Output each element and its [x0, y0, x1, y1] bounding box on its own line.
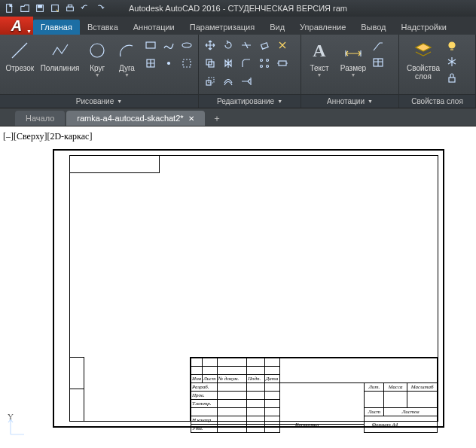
- chevron-down-icon: ▼: [124, 72, 130, 78]
- ribbon-tab-insert[interactable]: Вставка: [80, 20, 126, 35]
- svg-rect-2: [38, 5, 41, 8]
- ribbon-tab-addins[interactable]: Надстройки: [394, 20, 454, 35]
- panel-draw: Отрезок Полилиния Круг ▼ Дуга ▼: [0, 35, 199, 108]
- arc-icon: [116, 38, 137, 62]
- svg-rect-18: [279, 61, 286, 66]
- chevron-down-icon: ▼: [317, 72, 322, 78]
- layers-icon: [413, 38, 434, 62]
- title-bar: Autodesk AutoCAD 2016 - СТУДЕНЧЕСКАЯ ВЕР…: [0, 0, 476, 17]
- chevron-down-icon: ▼: [26, 29, 32, 34]
- polyline-button[interactable]: Полилиния: [38, 37, 82, 72]
- svg-point-8: [182, 43, 191, 47]
- modify-tools: [202, 37, 291, 90]
- layer-freeze-icon[interactable]: [446, 56, 458, 69]
- ribbon-tabs: Главная Вставка Аннотации Параметризация…: [33, 17, 454, 35]
- region-icon[interactable]: [178, 55, 195, 72]
- panel-annotation: A Текст ▼ Размер ▼ Аннотации▼: [301, 35, 399, 108]
- svg-rect-4: [67, 7, 74, 11]
- svg-point-15: [267, 59, 269, 62]
- ribbon: Отрезок Полилиния Круг ▼ Дуга ▼: [0, 35, 476, 108]
- qat-open-icon[interactable]: [18, 2, 32, 15]
- qat-saveas-icon[interactable]: [48, 2, 62, 15]
- svg-point-22: [449, 42, 455, 48]
- quick-access-toolbar: [3, 2, 107, 15]
- array-icon[interactable]: [256, 55, 273, 72]
- ellipse-icon[interactable]: [178, 37, 195, 53]
- doc-tab-start[interactable]: Начало: [15, 111, 65, 126]
- line-button[interactable]: Отрезок: [3, 37, 37, 72]
- copy-icon[interactable]: [202, 55, 218, 72]
- rectangle-icon[interactable]: [142, 37, 159, 53]
- qat-save-icon[interactable]: [33, 2, 47, 15]
- arc-button[interactable]: Дуга ▼: [113, 37, 141, 78]
- panel-modify: Редактирование▼: [199, 35, 301, 108]
- draw-small-tools: [142, 37, 195, 72]
- stretch-icon[interactable]: [274, 55, 291, 72]
- doc-tab-file[interactable]: ramka-a4-autocad-skachat2* ✕: [66, 111, 204, 126]
- trim-icon[interactable]: [238, 37, 255, 53]
- ribbon-tab-output[interactable]: Вывод: [353, 20, 393, 35]
- qat-undo-icon[interactable]: [78, 2, 92, 15]
- ribbon-tab-home[interactable]: Главная: [33, 20, 80, 35]
- svg-point-14: [261, 59, 263, 62]
- ribbon-tab-manage[interactable]: Управление: [292, 20, 353, 35]
- fillet-icon[interactable]: [238, 55, 255, 72]
- erase-icon[interactable]: [256, 37, 273, 53]
- table-icon[interactable]: [372, 56, 384, 70]
- explode-icon[interactable]: [274, 37, 291, 53]
- point-icon[interactable]: [160, 55, 177, 72]
- spline-icon[interactable]: [160, 37, 177, 53]
- chevron-down-icon: ▼: [351, 72, 356, 78]
- new-tab-button[interactable]: ＋: [209, 111, 224, 126]
- ribbon-tab-view[interactable]: Вид: [262, 20, 292, 35]
- svg-point-10: [168, 62, 170, 65]
- circle-button[interactable]: Круг ▼: [83, 37, 111, 78]
- svg-rect-11: [261, 43, 269, 49]
- panel-layers: Свойства слоя Свойства слоя: [399, 35, 476, 108]
- svg-rect-23: [449, 78, 455, 82]
- svg-point-16: [261, 66, 263, 68]
- close-icon[interactable]: ✕: [188, 114, 194, 123]
- viewport-label[interactable]: [–][Сверху][2D-каркас]: [3, 131, 92, 142]
- ucs-icon[interactable]: Y: [6, 415, 29, 440]
- chevron-down-icon: ▼: [277, 99, 282, 104]
- layer-toggles: [446, 37, 458, 85]
- ribbon-tab-annotate[interactable]: Аннотации: [126, 20, 182, 35]
- side-binding-table: [69, 357, 84, 422]
- layer-bulb-icon[interactable]: [446, 40, 458, 53]
- text-button[interactable]: A Текст ▼: [304, 37, 334, 78]
- svg-rect-7: [146, 42, 155, 48]
- text-icon: A: [313, 38, 325, 62]
- layer-lock-icon[interactable]: [446, 72, 458, 85]
- layer-properties-button[interactable]: Свойства слоя: [402, 37, 444, 81]
- app-menu-button[interactable]: A ▼: [0, 17, 33, 35]
- panel-title-modify[interactable]: Редактирование▼: [199, 94, 301, 108]
- sheet-border: Изм Лист № докум. Подп. Дата Разраб. Лит…: [53, 149, 444, 428]
- drawing-canvas[interactable]: [–][Сверху][2D-каркас] Изм: [0, 126, 476, 448]
- panel-title-annotate[interactable]: Аннотации▼: [301, 94, 398, 108]
- sheet-footer: Копировал Формат А4: [54, 422, 443, 428]
- chevron-down-icon: ▼: [95, 72, 100, 78]
- dimension-button[interactable]: Размер ▼: [336, 37, 371, 78]
- scale-icon[interactable]: [202, 73, 218, 90]
- qat-plot-icon[interactable]: [63, 2, 77, 15]
- inner-frame: Изм Лист № докум. Подп. Дата Разраб. Лит…: [69, 155, 438, 422]
- leader-icon[interactable]: [372, 40, 384, 53]
- ribbon-tab-parametric[interactable]: Параметризация: [182, 20, 262, 35]
- ribbon-tab-row: A ▼ Главная Вставка Аннотации Параметриз…: [0, 17, 476, 35]
- document-tab-bar: Начало ramka-a4-autocad-skachat2* ✕ ＋: [0, 108, 476, 126]
- move-icon[interactable]: [202, 37, 218, 53]
- rotate-icon[interactable]: [220, 37, 236, 53]
- annotate-small: [372, 37, 384, 70]
- chevron-down-icon: ▼: [117, 99, 122, 104]
- panel-title-layers[interactable]: Свойства слоя: [399, 94, 475, 108]
- qat-new-icon[interactable]: [3, 2, 17, 15]
- qat-redo-icon[interactable]: [93, 2, 107, 15]
- extend-icon[interactable]: [238, 73, 255, 90]
- svg-point-6: [90, 44, 104, 57]
- offset-icon[interactable]: [220, 73, 236, 90]
- panel-title-draw[interactable]: Рисование▼: [0, 94, 198, 108]
- svg-point-17: [267, 66, 269, 68]
- mirror-icon[interactable]: [220, 55, 236, 72]
- hatch-icon[interactable]: [142, 55, 159, 72]
